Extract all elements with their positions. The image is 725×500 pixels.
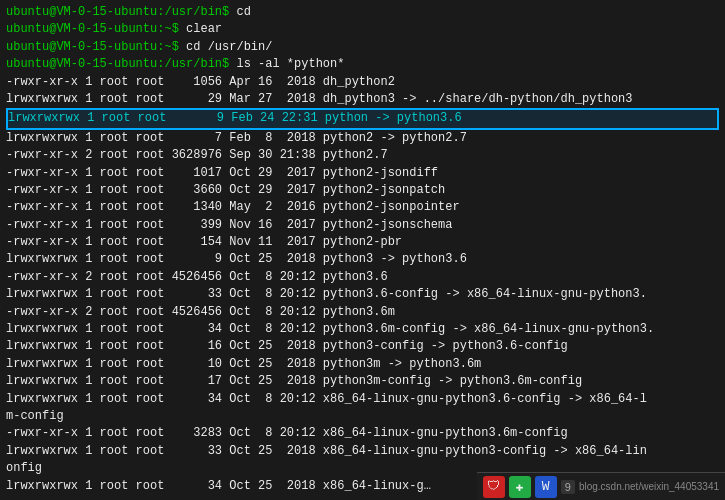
terminal-line: -rwxr-xr-x 2 root root 3628976 Sep 30 21…: [6, 147, 719, 164]
terminal-line: lrwxrwxrwx 1 root root 9 Oct 25 2018 pyt…: [6, 251, 719, 268]
terminal-line: ubuntu@VM-0-15-ubuntu:~$ cd /usr/bin/: [6, 39, 719, 56]
terminal-line: -rwxr-xr-x 1 root root 3283 Oct 8 20:12 …: [6, 425, 719, 442]
terminal-line: -rwxr-xr-x 1 root root 1340 May 2 2016 p…: [6, 199, 719, 216]
terminal-line: lrwxrwxrwx 1 root root 34 Oct 8 20:12 x8…: [6, 391, 719, 408]
antivirus-icon[interactable]: 🛡: [483, 476, 505, 498]
terminal-line: lrwxrwxrwx 1 root root 7 Feb 8 2018 pyth…: [6, 130, 719, 147]
terminal-line: lrwxrwxrwx 1 root root 34 Oct 8 20:12 py…: [6, 321, 719, 338]
word-icon[interactable]: W: [535, 476, 557, 498]
terminal-line: ubuntu@VM-0-15-ubuntu:/usr/bin$ ls -al *…: [6, 56, 719, 73]
terminal-line: -rwxr-xr-x 1 root root 1056 Apr 16 2018 …: [6, 74, 719, 91]
terminal-line: lrwxrwxrwx 1 root root 17 Oct 25 2018 py…: [6, 373, 719, 390]
terminal-line: lrwxrwxrwx 1 root root 33 Oct 8 20:12 py…: [6, 286, 719, 303]
page-number: 9: [561, 480, 575, 494]
terminal-line: -rwxr-xr-x 1 root root 3660 Oct 29 2017 …: [6, 182, 719, 199]
terminal-line: ubuntu@VM-0-15-ubuntu:/usr/bin$ cd: [6, 4, 719, 21]
url-label: blog.csdn.net/weixin_44053341: [579, 481, 719, 492]
terminal-line: -rwxr-xr-x 2 root root 4526456 Oct 8 20:…: [6, 269, 719, 286]
terminal-line: -rwxr-xr-x 1 root root 154 Nov 11 2017 p…: [6, 234, 719, 251]
highlighted-line: lrwxrwxrwx 1 root root 9 Feb 24 22:31 py…: [8, 110, 717, 127]
terminal-line: lrwxrwxrwx 1 root root 10 Oct 25 2018 py…: [6, 356, 719, 373]
terminal-line: lrwxrwxrwx 1 root root 29 Mar 27 2018 dh…: [6, 91, 719, 108]
terminal-line: -rwxr-xr-x 2 root root 4526456 Oct 8 20:…: [6, 304, 719, 321]
add-icon[interactable]: ✚: [509, 476, 531, 498]
terminal-line: lrwxrwxrwx 1 root root 33 Oct 25 2018 x8…: [6, 443, 719, 460]
taskbar: 🛡 ✚ W 9 blog.csdn.net/weixin_44053341: [477, 472, 725, 500]
terminal-line: -rwxr-xr-x 1 root root 399 Nov 16 2017 p…: [6, 217, 719, 234]
terminal-line: ubuntu@VM-0-15-ubuntu:~$ clear: [6, 21, 719, 38]
terminal-line: -rwxr-xr-x 1 root root 1017 Oct 29 2017 …: [6, 165, 719, 182]
terminal-line: lrwxrwxrwx 1 root root 16 Oct 25 2018 py…: [6, 338, 719, 355]
terminal-line: m-config: [6, 408, 719, 425]
terminal-window: ubuntu@VM-0-15-ubuntu:/usr/bin$ cdubuntu…: [0, 0, 725, 500]
